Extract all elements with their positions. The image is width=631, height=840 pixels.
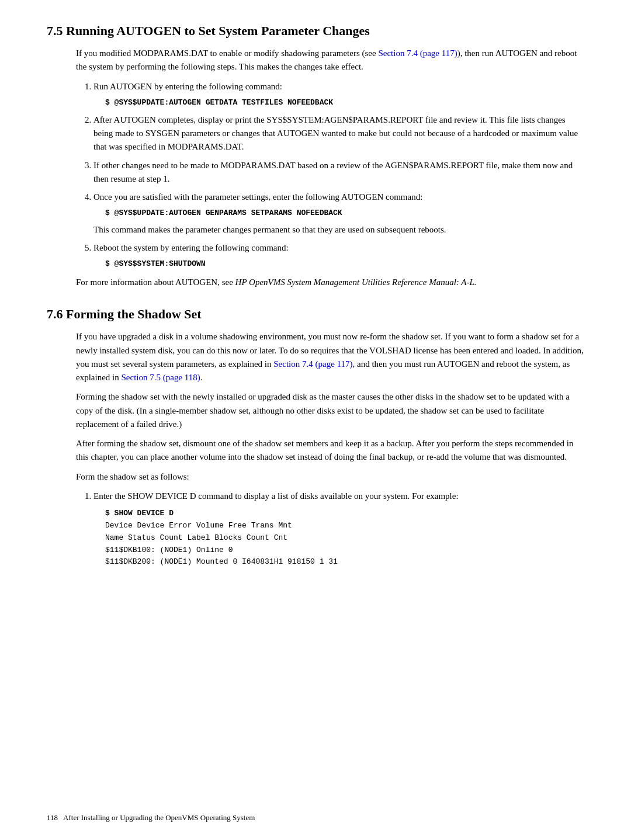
section-76-para1: If you have upgraded a disk in a volume … <box>76 330 584 384</box>
show-device-row1: $11$DKB100: (NODE1) Online 0 <box>105 544 584 557</box>
section-75-intro: If you modified MODPARAMS.DAT to enable … <box>76 47 584 74</box>
step-4-command: $ @SYS$UPDATE:AUTOGEN GENPARAMS SETPARAM… <box>105 207 584 219</box>
step-4: Once you are satisfied with the paramete… <box>93 190 584 237</box>
autogen-reference: HP OpenVMS System Management Utilities R… <box>235 277 477 287</box>
footer-text: After Installing or Upgrading the OpenVM… <box>63 813 255 822</box>
link-section74-2[interactable]: Section 7.4 (page 117) <box>273 359 352 369</box>
step-4-after: This command makes the parameter changes… <box>93 225 446 234</box>
section-76-para3: After forming the shadow set, dismount o… <box>76 437 584 464</box>
step-3: If other changes need to be made to MODP… <box>93 159 584 186</box>
step-4-text: Once you are satisfied with the paramete… <box>93 192 422 202</box>
link-section74[interactable]: Section 7.4 (page 117) <box>378 48 457 58</box>
section76-step1-text: Enter the SHOW DEVICE D command to displ… <box>93 491 459 501</box>
step-2: After AUTOGEN completes, display or prin… <box>93 113 584 154</box>
show-device-row2: $11$DKB200: (NODE1) Mounted 0 I640831H1 … <box>105 556 584 568</box>
show-device-header2: Name Status Count Label Blocks Count Cnt <box>105 532 584 544</box>
step-1-command: $ @SYS$UPDATE:AUTOGEN GETDATA TESTFILES … <box>105 97 584 109</box>
step-3-text: If other changes need to be made to MODP… <box>93 161 573 183</box>
link-section75-2[interactable]: Section 7.5 (page 118) <box>121 373 200 382</box>
step-2-text: After AUTOGEN completes, display or prin… <box>93 115 578 152</box>
section76-step1: Enter the SHOW DEVICE D command to displ… <box>93 490 584 568</box>
page-footer: 118 After Installing or Upgrading the Op… <box>47 813 255 822</box>
section-75-footer: For more information about AUTOGEN, see … <box>76 276 584 289</box>
section-76-title: 7.6 Forming the Shadow Set <box>47 307 584 322</box>
show-device-command: $ SHOW DEVICE D <box>105 508 584 520</box>
section-76-para4: Form the shadow set as follows: <box>76 470 584 484</box>
step-5-command: $ @SYS$SYSTEM:SHUTDOWN <box>105 258 584 270</box>
show-device-table: $ SHOW DEVICE D Device Device Error Volu… <box>105 508 584 568</box>
show-device-header1: Device Device Error Volume Free Trans Mn… <box>105 520 584 532</box>
step-1-text: Run AUTOGEN by entering the following co… <box>93 82 282 91</box>
step-5: Reboot the system by entering the follow… <box>93 241 584 270</box>
section-75-title: 7.5 Running AUTOGEN to Set System Parame… <box>47 23 584 39</box>
step-1: Run AUTOGEN by entering the following co… <box>93 80 584 109</box>
section-76-para2: Forming the shadow set with the newly in… <box>76 390 584 431</box>
step-5-text: Reboot the system by entering the follow… <box>93 243 289 252</box>
page-number: 118 <box>47 813 58 822</box>
